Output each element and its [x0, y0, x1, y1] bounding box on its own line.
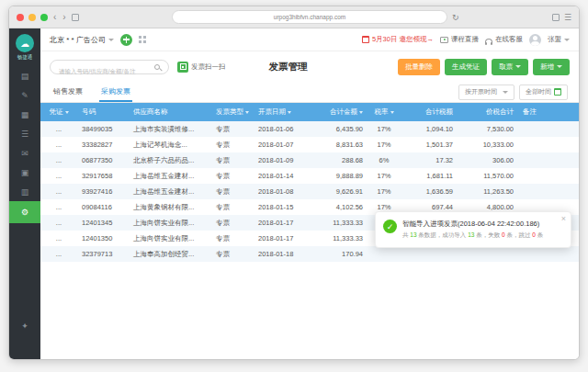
cell: 11,333.33 [309, 215, 368, 231]
refresh-icon[interactable]: ↻ [452, 13, 459, 22]
cell[interactable]: ... [40, 152, 77, 168]
generate-voucher-button[interactable]: 生成凭证 [445, 59, 487, 75]
fetch-invoice-button[interactable]: 取票 [492, 59, 528, 75]
invoice-scan-button[interactable]: 发票扫一扫 [177, 62, 226, 73]
toast-detail-text: 条数据，成功导入 [417, 231, 469, 238]
cell: 17% [368, 137, 401, 152]
tab-purchase-invoices[interactable]: 采购发票 [99, 82, 132, 102]
column-header-3[interactable]: 供应商名称 [129, 103, 211, 121]
user-avatar[interactable] [529, 34, 541, 46]
cell [368, 246, 401, 262]
cell: 7,530.00 [458, 121, 518, 137]
cell[interactable]: ... [40, 215, 77, 231]
live-course-link[interactable]: 课程直播 [440, 35, 479, 44]
search-icon[interactable] [154, 64, 160, 70]
cell[interactable]: ... [40, 184, 77, 199]
table-row[interactable]: ...32917658上海岳维五金建材...专票2018-01-149,888.… [40, 168, 579, 184]
cell: 专票 [211, 199, 254, 215]
batch-delete-button[interactable]: 批量删除 [398, 59, 440, 75]
search-input[interactable] [51, 64, 168, 77]
cell: 17% [368, 184, 401, 199]
cell: 2018-01-14 [254, 168, 309, 184]
browser-chrome: ‹ › urpog3hibfvn.chanapp.com ↻ ☰ [9, 6, 579, 28]
app-logo[interactable]: ☁ [16, 34, 34, 52]
sort-caret-icon [245, 111, 249, 114]
sidebar-item-inventory[interactable]: ▣ [9, 163, 40, 182]
minimize-window-button[interactable] [28, 14, 36, 21]
date-range-button[interactable]: 全部时间 [519, 85, 568, 100]
sidebar-item-reports[interactable]: ▥ [9, 182, 40, 201]
table-row[interactable]: ...38499035上海市实装潢维修...专票2018-01-066,435.… [40, 121, 579, 137]
tab-overview-icon[interactable] [72, 14, 79, 21]
promo-calendar-icon [362, 36, 369, 43]
browser-menu-icon[interactable]: ☰ [564, 13, 571, 22]
column-header-1[interactable]: 凭证 [40, 103, 77, 121]
chevron-down-icon [564, 39, 570, 41]
sidebar-item-settings[interactable]: ⚙ [9, 201, 40, 223]
cell: 专票 [211, 168, 254, 184]
qr-scan-icon [177, 62, 188, 73]
cell[interactable]: ... [40, 231, 77, 246]
table-row[interactable]: ...93927416上海岳维五金建材...专票2018-01-089,626.… [40, 184, 579, 199]
cell[interactable]: ... [40, 246, 77, 262]
close-window-button[interactable] [17, 14, 24, 21]
add-company-button[interactable] [120, 34, 132, 46]
apps-grid-icon[interactable] [139, 36, 147, 44]
column-header-6[interactable]: 合计金额 [309, 103, 368, 121]
maximize-window-button[interactable] [40, 14, 48, 21]
column-header-10[interactable]: 备注 [518, 103, 579, 121]
column-header-5[interactable]: 开票日期 [254, 103, 309, 121]
cell: 33382827 [77, 137, 129, 152]
cell: 17% [368, 121, 401, 137]
column-header-label: 合计金额 [330, 107, 357, 117]
column-header-7[interactable]: 税率 [368, 103, 401, 121]
cell[interactable]: ... [40, 168, 77, 184]
cell: 专票 [211, 184, 254, 199]
cell: 上海向饼实业有限... [129, 231, 211, 246]
cell: 32917658 [77, 168, 129, 184]
back-icon[interactable]: ‹ [52, 13, 57, 22]
table-row[interactable]: ...33382827上海记琴机海念...专票2018-01-078,831.6… [40, 137, 579, 152]
online-support-link[interactable]: 在线客服 [485, 35, 523, 44]
add-invoice-button[interactable]: 新增 [533, 59, 570, 75]
cell[interactable]: ... [40, 199, 77, 215]
sidebar-item-promo[interactable]: ✦ [9, 316, 40, 335]
fetch-invoice-label: 取票 [499, 62, 513, 72]
cell: 专票 [211, 137, 254, 152]
cell [518, 121, 579, 137]
column-header-2[interactable]: 号码 [77, 103, 129, 121]
close-icon[interactable]: × [561, 214, 566, 223]
sidebar-item-ledger[interactable]: ▦ [9, 105, 40, 124]
sort-by-date-label: 按开票时间 [465, 87, 497, 96]
cell [518, 184, 579, 199]
cell[interactable]: ... [40, 137, 77, 152]
sidebar-item-mail[interactable]: ✉ [9, 143, 40, 163]
forward-icon[interactable]: › [62, 13, 66, 22]
cell: 上海岳维五金建材... [129, 168, 211, 184]
cell: 上海市实装潢维修... [129, 121, 211, 137]
cell: 专票 [211, 152, 254, 168]
table-row[interactable]: ...06877350北京桥子六品药品...专票2018-01-09288.68… [40, 152, 579, 168]
cell: 1,681.11 [401, 168, 458, 184]
tab-sales-invoices[interactable]: 销售发票 [51, 82, 85, 102]
company-selector[interactable]: 北京 * * 广告公司 [50, 35, 114, 45]
table-row[interactable]: ...32379713上海奉高加创经贸...专票2018-01-18170.94 [40, 246, 579, 262]
cell [518, 246, 579, 262]
user-menu[interactable]: 张盟 [548, 35, 570, 44]
sidebar-item-bills[interactable]: ▤ [9, 66, 40, 85]
sort-by-date-button[interactable]: 按开票时间 [458, 85, 514, 100]
column-header-9[interactable]: 价税合计 [458, 103, 518, 121]
cell [401, 246, 458, 262]
promo-link[interactable]: 5月30日 邀您领现→ [362, 35, 434, 44]
cell: 专票 [211, 215, 254, 231]
sidebar-item-edit[interactable]: ✎ [9, 85, 40, 105]
url-bar[interactable]: urpog3hibfvn.chanapp.com [172, 10, 447, 24]
column-header-4[interactable]: 发票类型 [211, 103, 254, 121]
headset-icon [485, 39, 492, 43]
cell[interactable]: ... [40, 121, 77, 137]
search-box [50, 60, 169, 74]
extensions-icon[interactable] [552, 14, 560, 21]
column-header-8[interactable]: 合计税额 [401, 103, 458, 121]
sidebar-item-list[interactable]: ☰ [9, 124, 40, 143]
cell: 306.00 [458, 152, 518, 168]
